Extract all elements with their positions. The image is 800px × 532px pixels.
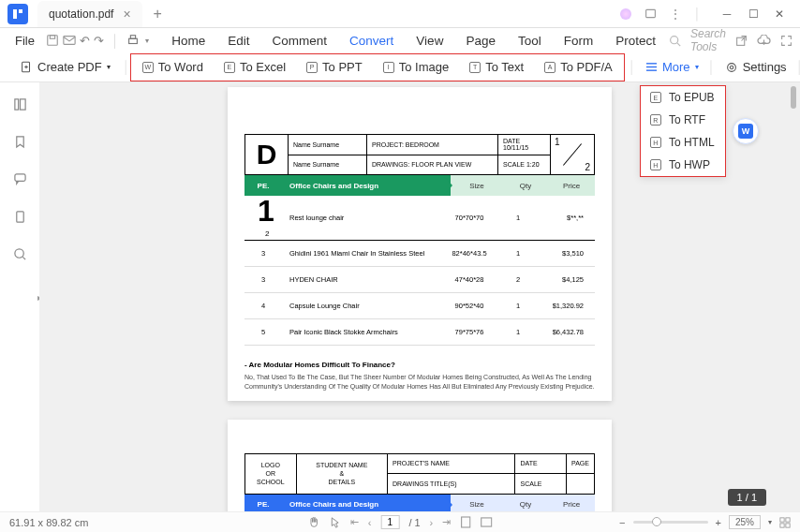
tab-edit[interactable]: Edit [218,30,259,52]
zoom-in-icon[interactable]: + [716,517,721,528]
zoom-out-icon[interactable]: − [619,517,625,528]
bookmarks-icon[interactable] [11,133,28,150]
pdfa-icon: A [544,62,556,73]
new-tab-button[interactable]: + [154,6,162,22]
hand-tool-icon[interactable] [308,516,320,528]
document-tab[interactable]: quotation.pdf × [37,1,142,27]
last-page-icon[interactable]: ⇥ [442,516,451,528]
to-epub-button[interactable]: ETo EPUB [641,86,725,109]
print-dropdown-icon[interactable]: ▾ [143,29,151,52]
search-input[interactable]: Search Tools [690,27,726,53]
table-row: 1 2 Rest lounge chair 70*70*70 1 $**,** [244,196,595,241]
svg-rect-31 [780,523,784,526]
mail-icon[interactable] [63,29,76,52]
open-external-icon[interactable] [735,35,748,47]
dimensions-label: 61.91 x 89.82 cm [9,517,88,528]
settings-button[interactable]: Settings [719,57,793,77]
chevron-down-icon[interactable]: ▾ [768,518,772,526]
page-total: / 1 [408,517,420,528]
save-icon[interactable] [46,29,59,52]
to-html-button[interactable]: HTo HTML [641,131,725,154]
tab-home[interactable]: Home [162,30,215,52]
more-dropdown: ETo EPUB RTo RTF HTo HTML HTo HWP [640,85,726,177]
app-icon [7,4,28,24]
quick-word-button[interactable]: W [733,118,759,144]
next-page-icon[interactable]: › [430,517,434,528]
expand-icon[interactable] [780,35,793,47]
svg-point-25 [14,248,22,257]
chevron-down-icon: ▾ [695,63,699,71]
fit-page-icon[interactable] [460,516,470,528]
comments-icon[interactable] [11,170,28,187]
svg-rect-23 [14,174,24,181]
to-excel-button[interactable]: ETo Excel [218,57,291,77]
tab-protect[interactable]: Protect [606,30,665,52]
tab-view[interactable]: View [407,30,452,52]
to-ppt-button[interactable]: PTo PPT [301,57,368,77]
text-icon: T [469,62,481,73]
rtf-icon: R [650,114,661,126]
cloud-icon[interactable] [757,35,771,47]
more-button[interactable]: More ▾ [640,57,704,77]
zoom-slider[interactable] [633,521,708,524]
zoom-percent[interactable]: 25% [729,515,761,529]
svg-rect-22 [20,98,25,109]
svg-point-18 [730,66,733,69]
close-window-button[interactable]: ✕ [766,1,793,27]
table-row: 3Ghidini 1961 Miami Chair In Stainless S… [244,241,595,267]
to-word-button[interactable]: WTo Word [137,57,209,77]
select-tool-icon[interactable] [330,516,341,529]
theme-icon[interactable] [620,8,631,20]
tab-convert[interactable]: Convert [340,30,403,52]
prev-page-icon[interactable]: ‹ [368,517,372,528]
svg-rect-1 [19,9,22,13]
undo-icon[interactable]: ↶ [80,29,90,52]
close-tab-icon[interactable]: × [123,7,130,22]
tab-tool[interactable]: Tool [509,30,551,52]
minimize-button[interactable]: ─ [714,1,740,27]
to-rtf-button[interactable]: RTo RTF [641,109,725,131]
svg-rect-32 [786,523,790,526]
redo-icon[interactable]: ↷ [94,29,104,52]
to-hwp-button[interactable]: HTo HWP [641,154,725,176]
print-icon[interactable] [126,29,140,52]
tab-title: quotation.pdf [49,7,113,21]
first-page-icon[interactable]: ⇤ [350,516,359,528]
thumbnails-icon[interactable] [11,96,28,112]
page-counter-badge: 1 / 1 [728,489,766,506]
hwp-icon: H [650,159,661,170]
tab-comment[interactable]: Comment [263,30,337,52]
svg-rect-4 [50,36,54,39]
pdf-page: D Name Surname Name Surname PROJECT: BED… [228,87,612,401]
pdf-page-2: LOGOORSCHOOL STUDENT NAME&DETAILS PROJEC… [228,420,612,511]
search-icon[interactable] [669,35,681,47]
menubar: File ↶ ↷ │ ▾ Home Edit Comment Convert V… [0,28,800,52]
create-pdf-button[interactable]: Create PDF ▾ [14,57,116,77]
search-panel-icon[interactable] [11,245,28,262]
tab-page[interactable]: Page [456,30,505,52]
scrollbar-thumb[interactable] [791,86,796,109]
table-header-2: PE. Office Chairs and Design Size Qty Pr… [244,495,595,511]
svg-rect-29 [780,517,784,521]
svg-rect-5 [64,37,75,45]
maximize-button[interactable]: ☐ [740,1,766,27]
to-image-button[interactable]: ITo Image [378,57,454,77]
svg-line-9 [677,42,680,45]
svg-rect-27 [461,517,469,527]
notification-icon[interactable] [644,7,657,20]
left-sidebar [0,82,39,511]
tab-form[interactable]: Form [555,30,603,52]
doc-text-body: No, That Used To Be The Case, But The Sh… [244,373,595,392]
file-menu[interactable]: File [7,30,42,52]
zoom-thumb[interactable] [652,517,661,526]
gear-icon [725,61,738,74]
to-pdfa-button[interactable]: ATo PDF/A [539,57,618,77]
more-icon [645,62,658,72]
to-text-button[interactable]: TTo Text [464,57,529,77]
fit-screen-icon[interactable] [779,517,791,528]
fit-width-icon[interactable] [480,517,492,527]
create-pdf-icon [20,61,33,74]
attachments-icon[interactable] [11,208,28,225]
page-input[interactable] [380,515,399,529]
kebab-menu-icon[interactable]: ⋮ [670,7,681,21]
